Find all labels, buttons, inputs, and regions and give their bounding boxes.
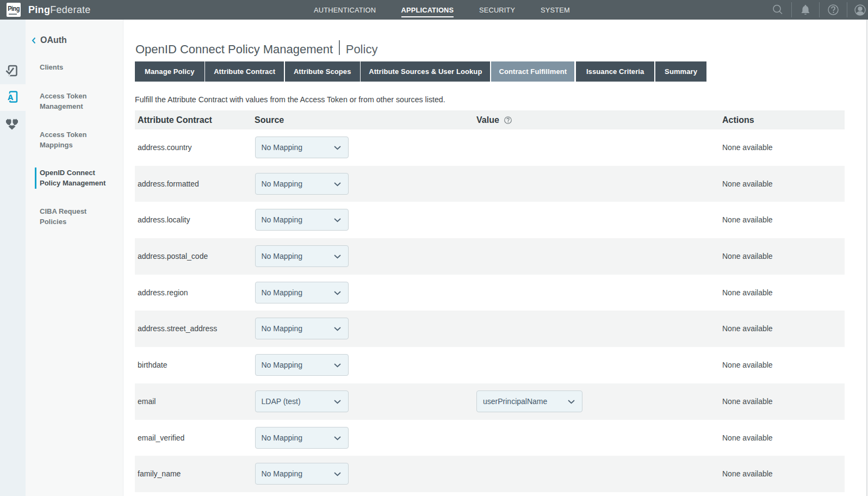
svg-text:A: A (7, 93, 13, 102)
